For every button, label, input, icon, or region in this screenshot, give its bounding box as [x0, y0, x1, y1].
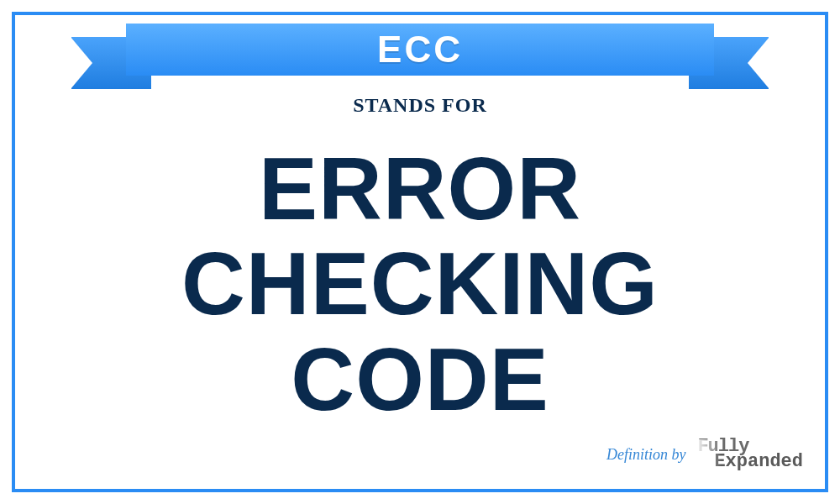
credit-prefix: Definition by: [606, 446, 685, 464]
acronym-text: ECC: [377, 29, 463, 71]
card-frame: ECC STANDS FOR ERROR CHECKING CODE Defin…: [12, 12, 828, 492]
definition-text: ERROR CHECKING CODE: [76, 141, 764, 427]
credit-area: Definition by Fully Expanded: [606, 439, 803, 470]
ribbon-main: ECC: [126, 24, 714, 76]
credit-logo-bottom: Expanded: [714, 454, 803, 470]
stands-for-label: STANDS FOR: [15, 94, 825, 117]
ribbon-banner: ECC: [71, 24, 769, 76]
credit-logo: Fully Expanded: [694, 439, 803, 470]
ribbon-notch-right-icon: [748, 37, 769, 89]
ribbon-notch-left-icon: [71, 37, 92, 89]
